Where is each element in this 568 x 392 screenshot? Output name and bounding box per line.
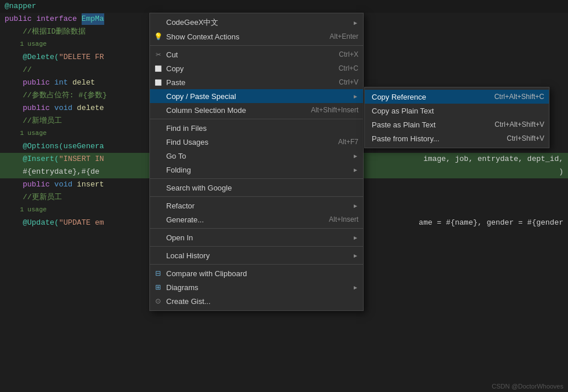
menu-item-cut-label: Cut [166,50,327,59]
menu-item-go-to[interactable]: Go To ► [150,149,363,163]
submenu-arrow-local-history: ► [353,252,358,259]
submenu-arrow-copy-paste: ► [353,93,358,100]
submenu-item-paste-history[interactable]: Paste from History... Ctrl+Shift+V [365,131,549,145]
menu-item-local-history-label: Local History [166,251,348,260]
menu-item-go-to-label: Go To [166,152,348,160]
submenu-arrow-folding: ► [353,167,358,173]
menu-item-refactor[interactable]: Refactor ► [150,199,363,213]
separator-4 [150,196,363,197]
copy-plain-label: Copy as Plain Text [372,107,434,115]
submenu-item-copy-plain[interactable]: Copy as Plain Text [365,104,549,118]
copy-paste-submenu: Copy Reference Ctrl+Alt+Shift+C Copy as … [364,87,549,148]
menu-item-open-in[interactable]: Open In ► [150,230,363,244]
copy-icon: ⬜ [153,65,163,72]
find-usages-shortcut: Alt+F7 [338,138,358,146]
menu-item-paste[interactable]: ⬜ Paste Ctrl+V [150,75,363,89]
copy-shortcut: Ctrl+C [339,64,358,72]
copy-reference-label: Copy Reference [372,93,426,101]
bulb-icon: 💡 [153,32,163,41]
context-menu: CodeGeeX中文 ► 💡 Show Context Actions Alt+… [149,13,364,311]
menu-item-copy-paste-special[interactable]: Copy / Paste Special ► Copy Reference Ct… [150,89,363,103]
menu-item-find-usages[interactable]: Find Usages Alt+F7 [150,135,363,149]
napper-bar: @napper [0,0,568,13]
menu-item-compare-clipboard[interactable]: ⊟ Compare with Clipboard [150,266,363,280]
cut-icon: ✂ [153,51,163,58]
menu-item-folding-label: Folding [166,166,348,174]
menu-item-codegeex-label: CodeGeeX中文 [166,17,348,28]
column-selection-shortcut: Alt+Shift+Insert [311,106,358,114]
menu-item-diagrams-label: Diagrams [166,283,348,292]
menu-item-folding[interactable]: Folding ► [150,163,363,177]
menu-item-search-google[interactable]: Search with Google [150,181,363,195]
menu-item-open-in-label: Open In [166,233,348,242]
gist-icon: ⊙ [153,297,163,305]
menu-item-copy-paste-special-label: Copy / Paste Special [166,92,348,101]
menu-item-find-in-files[interactable]: Find in Files [150,121,363,135]
menu-item-local-history[interactable]: Local History ► [150,248,363,262]
menu-item-copy-label: Copy [166,64,327,73]
paste-history-label: Paste from History... [372,134,439,143]
menu-item-paste-label: Paste [166,78,327,87]
menu-item-cut[interactable]: ✂ Cut Ctrl+X [150,47,363,61]
watermark: CSDN @DoctorWhooves [492,383,563,390]
compare-icon: ⊟ [153,269,163,277]
menu-item-compare-clipboard-label: Compare with Clipboard [166,269,358,278]
menu-item-codegeex[interactable]: CodeGeeX中文 ► [150,16,363,30]
submenu-arrow-open-in: ► [353,235,358,241]
paste-plain-shortcut: Ctrl+Alt+Shift+V [494,120,544,129]
menu-item-create-gist[interactable]: ⊙ Create Gist... [150,294,363,308]
separator-1 [150,45,363,46]
cut-shortcut: Ctrl+X [339,50,358,58]
diagrams-icon: ⊞ [153,283,163,291]
separator-7 [150,264,363,265]
separator-3 [150,178,363,179]
submenu-arrow-refactor: ► [353,203,358,209]
generate-shortcut: Alt+Insert [329,215,358,224]
paste-icon: ⬜ [153,79,163,86]
submenu-arrow: ► [353,20,358,26]
paste-plain-label: Paste as Plain Text [372,120,435,129]
separator-6 [150,246,363,247]
menu-item-find-in-files-label: Find in Files [166,124,358,133]
copy-reference-shortcut: Ctrl+Alt+Shift+C [494,93,544,101]
submenu-arrow-go-to: ► [353,153,358,159]
separator-5 [150,228,363,229]
menu-item-generate-label: Generate... [166,215,317,224]
menu-item-diagrams[interactable]: ⊞ Diagrams ► [150,280,363,294]
submenu-item-copy-reference[interactable]: Copy Reference Ctrl+Alt+Shift+C [365,90,549,104]
submenu-arrow-diagrams: ► [353,284,358,291]
paste-history-shortcut: Ctrl+Shift+V [507,134,544,142]
menu-item-refactor-label: Refactor [166,202,348,210]
menu-item-show-context[interactable]: 💡 Show Context Actions Alt+Enter [150,30,363,43]
menu-item-create-gist-label: Create Gist... [166,297,358,306]
menu-item-generate[interactable]: Generate... Alt+Insert [150,213,363,226]
separator-2 [150,119,363,119]
menu-item-column-selection-label: Column Selection Mode [166,106,299,115]
napper-text: @napper [5,1,36,13]
submenu-item-paste-plain[interactable]: Paste as Plain Text Ctrl+Alt+Shift+V [365,118,549,131]
menu-item-show-context-label: Show Context Actions [166,32,318,41]
menu-item-find-usages-label: Find Usages [166,138,327,146]
paste-shortcut: Ctrl+V [339,78,358,86]
menu-item-search-google-label: Search with Google [166,184,358,192]
show-context-shortcut: Alt+Enter [329,32,358,41]
menu-item-copy[interactable]: ⬜ Copy Ctrl+C [150,61,363,75]
menu-item-column-selection[interactable]: Column Selection Mode Alt+Shift+Insert [150,103,363,117]
